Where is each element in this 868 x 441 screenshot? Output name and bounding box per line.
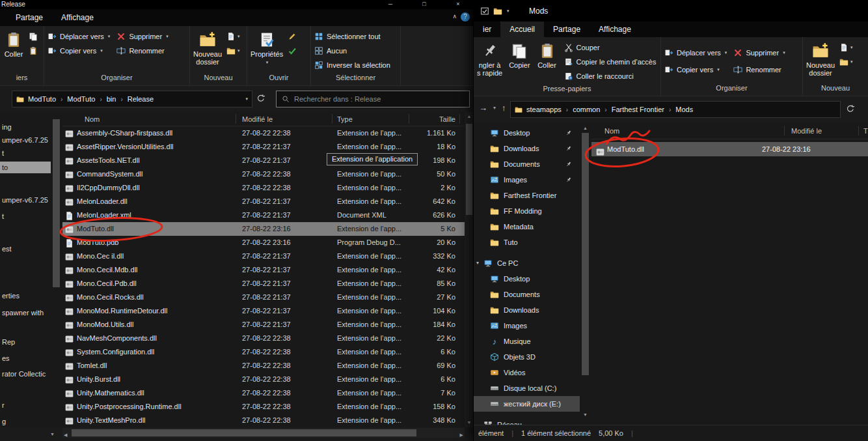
file-row[interactable]: Il2CppDummyDll.dll27-08-22 22:38Extensio… (62, 181, 465, 195)
sidebar-item[interactable]: Downloads (474, 141, 580, 156)
file-row[interactable]: NavMeshComponents.dll27-08-22 22:38Exten… (62, 332, 465, 345)
sidebar-item[interactable]: Desktop (474, 125, 580, 141)
breadcrumb-segment[interactable]: Release (128, 95, 154, 103)
properties-button[interactable]: Propriétés ▾ (247, 29, 286, 65)
sidebar-item[interactable]: Réseau (474, 417, 580, 425)
left-vertical-scrollbar[interactable]: ▲ ▼ (465, 112, 474, 427)
sidebar-item[interactable]: Desktop (474, 271, 580, 287)
nav-item[interactable]: r (0, 399, 51, 411)
copy-path-button[interactable]: Copier le chemin d’accès (561, 55, 660, 69)
folder-icon[interactable] (493, 7, 502, 16)
copy-to-button[interactable]: Copier vers▾ (661, 61, 730, 78)
breadcrumb-segment[interactable]: ModTuto (67, 95, 95, 103)
file-row[interactable]: MonoMod.Utils.dll27-08-22 21:37Extension… (62, 318, 465, 332)
nav-item[interactable]: t (0, 147, 51, 159)
refresh-icon[interactable] (256, 94, 265, 103)
chevron-down-icon[interactable]: ▾ (476, 260, 479, 266)
file-row[interactable]: Tomlet.dll27-08-22 22:38Extension de l’a… (62, 359, 465, 373)
invert-selection-button[interactable]: Inverser la sélection (311, 58, 394, 72)
move-to-button[interactable]: Déplacer vers▾ (661, 44, 730, 61)
file-row[interactable]: AssetRipper.VersionUtilities.dll27-08-22… (62, 140, 465, 154)
breadcrumb-segment[interactable]: ModTuto (28, 95, 56, 103)
easy-access-button[interactable]: ▾ (226, 46, 240, 55)
nav-item[interactable]: est (0, 243, 51, 255)
delete-button[interactable]: Supprimer▾ (730, 44, 788, 61)
sidebar-item[interactable]: Farthest Frontier (474, 188, 580, 203)
scroll-up-icon[interactable]: ▲ (582, 124, 589, 133)
nav-item[interactable]: spawner with (0, 307, 51, 319)
column-header-taille-cut[interactable]: T (863, 122, 868, 137)
column-header-nom[interactable]: Nom (85, 112, 100, 126)
file-row[interactable]: CommandSystem.dll27-08-22 22:38Extension… (62, 167, 465, 181)
nav-item[interactable]: t (0, 210, 51, 222)
nav-scrollbar[interactable] (53, 117, 60, 293)
scroll-up-icon[interactable]: ▲ (465, 112, 474, 121)
sidebar-item[interactable]: Downloads (474, 302, 580, 318)
scrollbar-thumb[interactable] (582, 133, 589, 375)
file-row[interactable]: Mono.Cec il.dll27-08-22 21:37Extension d… (62, 249, 465, 263)
file-row[interactable]: Mono.Cecil.Mdb.dll27-08-22 21:37Extensio… (62, 263, 465, 277)
sidebar-item[interactable]: Images (474, 318, 580, 334)
copy-to-button[interactable]: Copier vers▾ (44, 44, 113, 58)
paste-button[interactable]: Coller (534, 40, 561, 69)
scrollbar-thumb[interactable] (53, 119, 60, 287)
up-icon[interactable]: ↑ (502, 103, 506, 113)
file-row[interactable]: MonoMod.RuntimeDetour.dll27-08-22 21:37E… (62, 304, 465, 318)
rename-button[interactable]: Renommer (730, 61, 788, 78)
sidebar-scrollbar[interactable]: ▲ ▼ (582, 124, 589, 421)
file-row[interactable]: ModTuto.pdb27-08-22 23:16Program Debug D… (62, 236, 465, 249)
column-header-modifie[interactable]: Modifié le (242, 112, 273, 126)
file-row[interactable]: MelonLoader.dll27-08-22 21:37Extension d… (62, 195, 465, 208)
sidebar-item[interactable]: Objets 3D (474, 349, 580, 365)
pin-to-quick-access-button[interactable]: ngler à s rapide (474, 40, 506, 77)
scroll-down-icon[interactable]: ▼ (582, 410, 589, 420)
breadcrumb-segment[interactable]: Farthest Frontier (612, 106, 664, 113)
scroll-down-icon[interactable]: ▼ (465, 418, 474, 427)
nav-item[interactable]: g (0, 416, 51, 427)
file-row[interactable]: Unity.Mathematics.dll27-08-22 22:38Exten… (62, 386, 465, 400)
copy-small-button[interactable] (29, 32, 38, 41)
sidebar-item[interactable]: Images (474, 172, 580, 188)
new-folder-button[interactable]: Nouveau dossier (190, 29, 225, 66)
cut-button[interactable]: Couper (561, 40, 660, 55)
sidebar-item[interactable]: жесткий диск (E:) (474, 396, 580, 412)
recent-locations-icon[interactable]: ▾ (493, 105, 496, 111)
scrollbar-thumb[interactable] (466, 124, 472, 215)
sidebar-item[interactable]: Documents (474, 287, 580, 302)
sidebar-item[interactable]: Documents (474, 156, 580, 172)
column-header-nom[interactable]: Nom (604, 122, 619, 137)
tab-ier[interactable]: ier (474, 21, 500, 37)
nav-item[interactable]: Rep (0, 336, 51, 348)
nav-scroll-down-icon[interactable]: ▼ (50, 432, 55, 436)
address-dropdown-icon[interactable]: ▾ (245, 96, 248, 102)
scroll-right-icon[interactable]: ▶ (460, 431, 463, 440)
forward-icon[interactable]: → (479, 103, 487, 113)
scroll-left-icon[interactable]: ◀ (64, 431, 67, 440)
nav-item[interactable]: rator Collectic (0, 368, 51, 380)
search-input[interactable] (294, 95, 464, 103)
easy-access-button[interactable]: ▾ (839, 57, 853, 66)
history-button[interactable] (288, 46, 297, 55)
left-horizontal-scrollbar[interactable]: ◀ ▶ (62, 428, 465, 438)
breadcrumb-segment[interactable]: steamapps (526, 106, 562, 113)
sidebar-item[interactable]: Disque local (C:) (474, 380, 580, 396)
new-item-button[interactable]: ▾ (839, 43, 853, 52)
tab-affichage[interactable]: Affichage (52, 9, 103, 26)
sidebar-item[interactable]: ♪Musique (474, 334, 580, 349)
file-row[interactable]: Unity.TextMeshPro.dll27-08-22 22:38Exten… (62, 414, 465, 427)
breadcrumb-segment[interactable]: bin (107, 95, 116, 103)
sidebar-item[interactable]: FF Modding (474, 203, 580, 219)
file-row[interactable]: Assembly-CSharp-firstpass.dll27-08-22 22… (62, 126, 465, 140)
rename-button[interactable]: Renommer (113, 44, 171, 58)
help-icon[interactable]: ? (461, 12, 470, 21)
minimize-button[interactable]: ─ (373, 0, 407, 9)
copy-button[interactable]: Copier (506, 40, 533, 69)
new-item-button[interactable]: ▾ (226, 32, 240, 41)
file-row[interactable]: System.Configuration.dll27-08-22 22:38Ex… (62, 345, 465, 359)
tab-partage[interactable]: Partage (7, 9, 52, 26)
right-address-bar[interactable]: steamapps›common›Farthest Frontier›Mods (510, 101, 841, 118)
nav-item[interactable]: erties (0, 290, 51, 302)
nav-item[interactable]: umper-v6.7.25 (0, 194, 51, 206)
new-folder-button[interactable]: Nouveau dossier (803, 40, 838, 77)
maximize-button[interactable]: □ (407, 0, 441, 9)
